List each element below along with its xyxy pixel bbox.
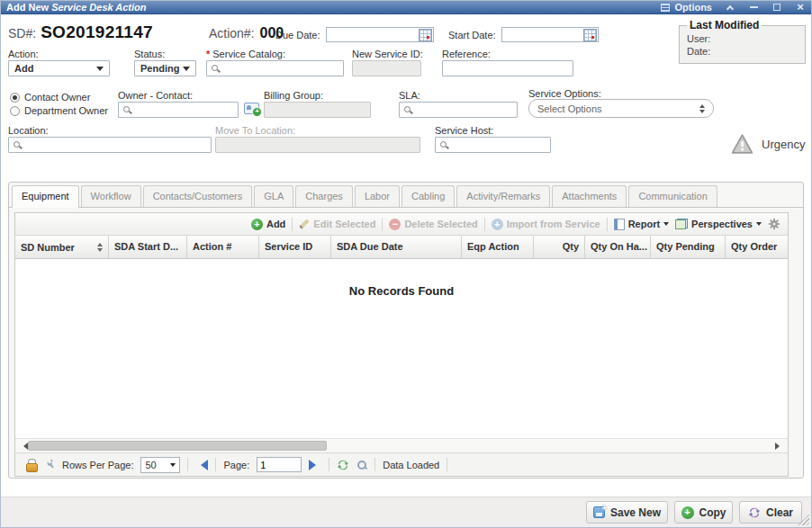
location-input[interactable] bbox=[8, 137, 212, 153]
last-modified-user-label: User: bbox=[687, 32, 798, 45]
equipment-grid: + Add Edit Selected − Delete Selected + … bbox=[14, 212, 789, 477]
import-from-service-button[interactable]: + Import from Service bbox=[492, 219, 600, 230]
tab-attachments[interactable]: Attachments bbox=[552, 185, 627, 207]
action-label: Action: bbox=[8, 49, 39, 59]
tab-workflow[interactable]: Workflow bbox=[81, 185, 141, 207]
sla-input[interactable] bbox=[399, 102, 518, 118]
sort-icon[interactable] bbox=[97, 240, 103, 255]
edit-selected-button[interactable]: Edit Selected bbox=[299, 219, 375, 229]
due-date-label: Due Date: bbox=[275, 30, 320, 40]
action-number-label: Action#: bbox=[209, 26, 255, 40]
chevron-down-icon bbox=[756, 222, 762, 228]
page-number-input[interactable] bbox=[257, 457, 302, 472]
plus-circle-icon: + bbox=[492, 219, 503, 230]
add-button[interactable]: + Add bbox=[251, 219, 285, 230]
minimize-button[interactable] bbox=[748, 2, 759, 13]
wrench-icon[interactable] bbox=[43, 459, 55, 470]
gear-icon[interactable] bbox=[768, 218, 780, 230]
add-contact-card-icon[interactable] bbox=[244, 103, 259, 114]
tab-contacts-customers[interactable]: Contacts/Customers bbox=[143, 185, 253, 207]
clear-button[interactable]: Clear bbox=[739, 501, 802, 524]
report-icon bbox=[614, 219, 625, 230]
scroll-right-arrow-icon[interactable] bbox=[775, 443, 783, 450]
action-select[interactable]: Add bbox=[8, 60, 110, 76]
service-options-label: Service Options: bbox=[528, 88, 601, 99]
department-owner-radio[interactable]: Department Owner bbox=[10, 105, 108, 116]
start-date-label: Start Date: bbox=[448, 30, 496, 40]
tab-communication[interactable]: Communication bbox=[628, 185, 717, 207]
column-header-service-id[interactable]: Service ID bbox=[259, 236, 331, 258]
scrollbar-thumb[interactable] bbox=[28, 441, 327, 451]
search-icon bbox=[13, 140, 22, 149]
sla-label: SLA: bbox=[399, 90, 420, 101]
report-dropdown-button[interactable]: Report bbox=[614, 219, 669, 230]
minus-circle-icon: − bbox=[389, 219, 401, 230]
sd-value: SO201921147 bbox=[41, 22, 153, 42]
rows-per-page-label: Rows Per Page: bbox=[62, 460, 133, 470]
close-button[interactable]: × bbox=[795, 2, 806, 13]
page-label: Page: bbox=[223, 460, 249, 470]
contact-owner-radio[interactable]: Contact Owner bbox=[10, 92, 90, 103]
move-to-location-label: Move To Location: bbox=[215, 125, 295, 136]
save-new-button[interactable]: Save New bbox=[586, 501, 668, 524]
tab-gla[interactable]: GLA bbox=[254, 185, 293, 207]
copy-button[interactable]: + Copy bbox=[674, 501, 733, 524]
last-modified-box: Last Modified User: Date: bbox=[679, 19, 806, 64]
status-label: Status: bbox=[134, 49, 165, 59]
next-page-button[interactable] bbox=[309, 460, 321, 470]
popout-button[interactable] bbox=[771, 2, 782, 13]
column-header-qty-ordered[interactable]: Qty Order bbox=[726, 236, 788, 258]
previous-page-button[interactable] bbox=[195, 460, 208, 470]
column-header-eqp-action[interactable]: Eqp Action bbox=[462, 236, 534, 258]
tab-equipment[interactable]: Equipment bbox=[12, 185, 79, 208]
service-options-select[interactable]: Select Options bbox=[528, 99, 714, 118]
minimize-icon bbox=[750, 6, 758, 8]
refresh-icon[interactable] bbox=[337, 459, 349, 471]
tab-labor[interactable]: Labor bbox=[355, 185, 400, 207]
reference-input[interactable] bbox=[442, 60, 573, 76]
rows-per-page-select[interactable]: 50 bbox=[140, 457, 180, 473]
calendar-icon[interactable] bbox=[583, 29, 597, 41]
perspectives-dropdown-button[interactable]: Perspectives bbox=[675, 219, 762, 229]
collapse-button[interactable] bbox=[725, 2, 735, 13]
status-select[interactable]: Pending bbox=[134, 60, 196, 76]
calendar-icon[interactable] bbox=[419, 29, 432, 41]
required-marker: * bbox=[206, 49, 210, 59]
lock-icon[interactable] bbox=[26, 459, 36, 470]
perspectives-icon bbox=[675, 219, 688, 229]
start-date-input[interactable] bbox=[501, 27, 599, 42]
window-titlebar: Add New Service Desk Action Options × bbox=[1, 1, 811, 14]
options-button[interactable]: Options bbox=[661, 2, 712, 13]
clear-refresh-icon bbox=[748, 506, 761, 519]
column-header-qty[interactable]: Qty bbox=[534, 236, 585, 258]
tab-activity-remarks[interactable]: Activity/Remarks bbox=[456, 185, 550, 207]
grid-header-row: SD Number SDA Start D... Action # Servic… bbox=[15, 236, 788, 259]
options-list-icon bbox=[661, 4, 670, 12]
service-host-input[interactable] bbox=[435, 137, 551, 153]
last-modified-title: Last Modified bbox=[687, 19, 762, 31]
search-icon[interactable] bbox=[356, 460, 367, 470]
column-header-sd-number[interactable]: SD Number bbox=[15, 236, 109, 258]
column-header-sda-start-date[interactable]: SDA Start D... bbox=[109, 236, 187, 258]
billing-group-input bbox=[264, 102, 371, 118]
plus-circle-icon: + bbox=[681, 506, 694, 519]
tab-charges[interactable]: Charges bbox=[295, 185, 353, 207]
location-label: Location: bbox=[8, 125, 49, 136]
urgency-indicator[interactable]: Urgency bbox=[730, 133, 805, 155]
radio-selected-icon bbox=[10, 93, 20, 103]
column-header-sda-due-date[interactable]: SDA Due Date bbox=[331, 236, 462, 258]
chevron-down-icon bbox=[663, 222, 669, 228]
tab-cabling[interactable]: Cabling bbox=[401, 185, 455, 207]
column-header-qty-pending[interactable]: Qty Pending bbox=[651, 236, 726, 258]
owner-contact-input[interactable] bbox=[118, 102, 239, 118]
delete-selected-button[interactable]: − Delete Selected bbox=[389, 219, 477, 230]
tab-strip: Equipment Workflow Contacts/Customers GL… bbox=[9, 183, 803, 208]
service-catalog-input[interactable] bbox=[206, 60, 344, 76]
data-loaded-status: Data Loaded bbox=[383, 460, 439, 470]
column-header-action-number[interactable]: Action # bbox=[187, 236, 259, 258]
column-header-qty-on-hand[interactable]: Qty On Ha... bbox=[585, 236, 651, 258]
scroll-left-arrow-icon[interactable] bbox=[20, 443, 28, 450]
new-service-id-input bbox=[352, 60, 421, 76]
due-date-input[interactable] bbox=[326, 27, 434, 42]
horizontal-scrollbar[interactable] bbox=[15, 438, 788, 452]
